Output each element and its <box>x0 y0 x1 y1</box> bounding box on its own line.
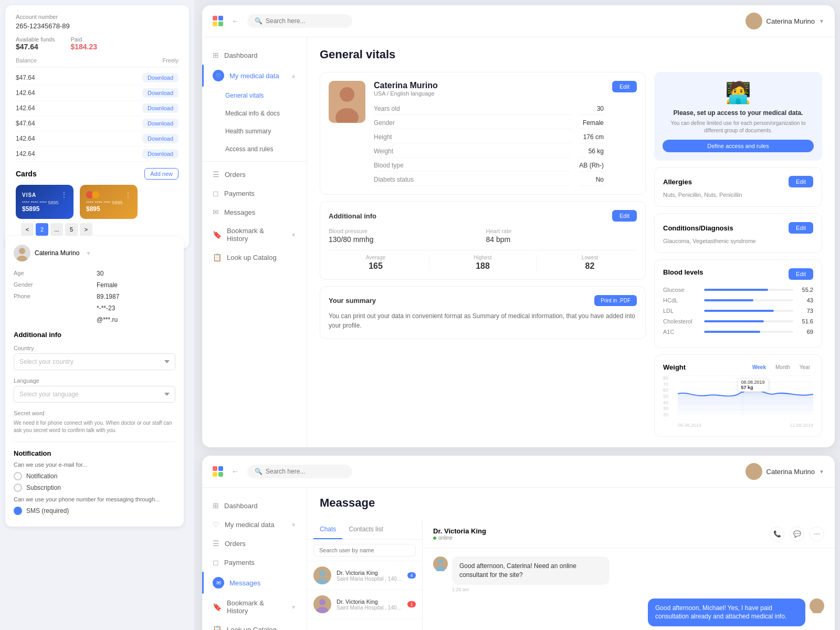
download-btn-4[interactable]: Download <box>142 119 178 128</box>
allergies-edit-button[interactable]: Edit <box>789 176 813 187</box>
download-btn-5[interactable]: Download <box>142 134 178 143</box>
radio-circle-sms <box>14 507 22 515</box>
back-icon-1[interactable]: ← <box>232 17 239 25</box>
vitals-main-content: General vitals <box>307 37 835 447</box>
app-body-1: ⊞ Dashboard ♡ My medical data ▲ General … <box>202 37 835 447</box>
visa-card[interactable]: VISA ⋮ **** **** **** 5895 $5895 <box>16 185 74 219</box>
additional-info-edit-button[interactable]: Edit <box>612 210 637 222</box>
sidebar-item-messages-2[interactable]: ✉ Messages <box>202 572 307 594</box>
call-button[interactable]: 📞 <box>770 527 784 541</box>
message-bubble-user: Good afternoon, Michael! Yes, I have pai… <box>433 598 824 627</box>
chat-info-1: Dr. Victoria King Saint Maria Hospital ,… <box>337 570 402 582</box>
balance-row: $47.64 Download <box>16 116 178 131</box>
header-user-1[interactable]: Caterina Murino ▼ <box>746 13 824 29</box>
country-select[interactable]: Select your country <box>14 353 175 370</box>
weight-title: Weight <box>663 363 686 371</box>
tab-year[interactable]: Year <box>796 363 813 371</box>
more-button[interactable]: ⋯ <box>810 527 824 541</box>
sidebar-item-general-vitals[interactable]: General vitals <box>225 87 307 104</box>
video-button[interactable]: 💬 <box>790 527 804 541</box>
tab-month[interactable]: Month <box>772 363 793 371</box>
chat-item-2[interactable]: Dr. Victoria King Saint Maria Hospital ,… <box>307 590 422 619</box>
chat-item-1[interactable]: Dr. Victoria King Saint Maria Hospital ,… <box>307 561 422 590</box>
messages-main-content: Meassage Chats Contacts list <box>307 488 835 630</box>
svg-point-15 <box>751 466 757 472</box>
sidebar-item-orders-1[interactable]: ☰ Orders <box>202 165 307 184</box>
message-actions: 📞 💬 ⋯ <box>770 527 824 541</box>
summary-panel: Your summary Print in .PDF You can print… <box>320 286 646 339</box>
sidebar-item-catalog-1[interactable]: 📋 Look up Catalog <box>202 248 307 267</box>
blood-row-a1c: A1C 69 <box>663 329 813 335</box>
sidebar-item-payments-2[interactable]: ◻ Payments <box>202 553 307 572</box>
sidebar-item-access-rules[interactable]: Access and rules <box>225 140 307 158</box>
sidebar-item-medical-2[interactable]: ♡ My medical data ▼ <box>202 515 307 534</box>
download-btn-3[interactable]: Download <box>142 103 178 113</box>
chat-avatar-2 <box>313 595 331 613</box>
account-label: Account number <box>16 14 178 20</box>
language-select[interactable]: Select your language <box>14 386 175 403</box>
blood-row-glucose: Glucose 55.2 <box>663 287 813 293</box>
messages-app-window: ← 🔍 Caterina Murino ▼ <box>202 456 835 630</box>
sidebar-1: ⊞ Dashboard ♡ My medical data ▲ General … <box>202 37 307 447</box>
sidebar-item-dashboard-1[interactable]: ⊞ Dashboard <box>202 46 307 65</box>
profile-edit-button[interactable]: Edit <box>612 81 637 92</box>
conditions-text: Glaucoma, Vegetasthenic syndrome <box>663 238 813 244</box>
balance-row: 142.64 Download <box>16 101 178 116</box>
radio-subscription[interactable]: Subscription <box>14 484 175 492</box>
chevron-down-icon-2: ▼ <box>819 469 824 475</box>
mastercard-card[interactable]: ⋮ **** **** **** 5895 $895 <box>80 185 138 219</box>
profile-photo <box>329 81 365 123</box>
page-next[interactable]: > <box>80 223 92 236</box>
heart-icon: ♡ <box>213 70 224 81</box>
tab-chats[interactable]: Chats <box>313 520 342 539</box>
header-user-2[interactable]: Caterina Murino ▼ <box>746 463 824 480</box>
print-pdf-button[interactable]: Print in .PDF <box>594 295 637 306</box>
sidebar-item-catalog-2[interactable]: 📋 Look up Catalog <box>202 620 307 630</box>
header-search-1: 🔍 <box>247 14 737 28</box>
download-btn-1[interactable]: Download <box>142 73 178 82</box>
sidebar-item-orders-2[interactable]: ☰ Orders <box>202 534 307 553</box>
balance-col-header: Balance <box>16 57 37 64</box>
online-status: online <box>433 535 486 541</box>
sidebar-item-medical-docs[interactable]: Medical info & docs <box>225 104 307 122</box>
svg-point-19 <box>319 599 326 605</box>
tab-contacts[interactable]: Contacts list <box>342 520 389 539</box>
sidebar-item-bookmark-2[interactable]: 🔖 Bookmark & History ▼ <box>202 594 307 620</box>
sidebar-item-bookmark-1[interactable]: 🔖 Bookmark & History ▼ <box>202 222 307 248</box>
messages-icon-2: ✉ <box>213 577 224 589</box>
search-input-2[interactable] <box>266 468 344 475</box>
radio-sms[interactable]: SMS (required) <box>14 507 175 515</box>
chat-search-input[interactable] <box>313 544 416 556</box>
download-btn-2[interactable]: Download <box>142 88 178 98</box>
sidebar-item-messages-1[interactable]: ✉ Messages <box>202 203 307 222</box>
radio-circle-subscription <box>14 484 22 492</box>
balance-row: $47.64 Download <box>16 70 178 86</box>
bubble-doctor-1: Good afternoon, Caterina! Need an online… <box>452 556 610 585</box>
tab-week[interactable]: Week <box>749 363 769 371</box>
back-icon-2[interactable]: ← <box>232 467 239 476</box>
promo-button[interactable]: Define access and rules <box>663 140 814 152</box>
download-btn-6[interactable]: Download <box>142 149 178 159</box>
page-prev[interactable]: < <box>21 223 34 236</box>
blood-row-hcdl: HCdL 43 <box>663 297 813 303</box>
available-label: Available funds <box>16 36 55 43</box>
profile-location: USA / English language <box>374 90 604 97</box>
sidebar-item-medical-data-1[interactable]: ♡ My medical data ▲ <box>202 65 307 87</box>
sidebar-item-health-summary[interactable]: Health summary <box>225 122 307 140</box>
messages-icon-1: ✉ <box>213 208 219 216</box>
page-2[interactable]: 2 <box>36 223 48 236</box>
conditions-edit-button[interactable]: Edit <box>789 222 813 234</box>
allergies-title: Allergies <box>663 178 692 186</box>
chat-badge-2: 1 <box>407 601 416 607</box>
sidebar-item-dashboard-2[interactable]: ⊞ Dashboard <box>202 496 307 515</box>
sidebar-item-payments-1[interactable]: ◻ Payments <box>202 184 307 203</box>
search-input-1[interactable] <box>266 17 344 25</box>
active-chat-area: Dr. Victoria King online 📞 💬 ⋯ <box>423 520 835 630</box>
banking-panel: Account number 265-12345678-89 Available… <box>5 5 189 248</box>
blood-levels-edit-button[interactable]: Edit <box>789 268 813 280</box>
chat-info-2: Dr. Victoria King Saint Maria Hospital ,… <box>337 598 402 611</box>
radio-notification[interactable]: Notification <box>14 472 175 480</box>
page-5[interactable]: 5 <box>65 223 78 236</box>
sidebar-sub-medical: General vitals Medical info & docs Healt… <box>202 87 307 158</box>
add-new-button[interactable]: Add new <box>144 168 178 180</box>
